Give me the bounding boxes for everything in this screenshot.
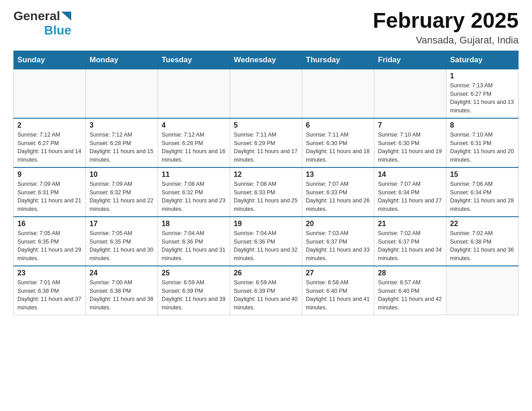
- day-number: 15: [450, 171, 515, 179]
- page-title: February 2025: [373, 9, 519, 33]
- day-info: Sunrise: 7:11 AMSunset: 6:30 PMDaylight:…: [306, 131, 370, 164]
- day-number: 2: [17, 121, 82, 129]
- day-info: Sunrise: 7:02 AMSunset: 6:37 PMDaylight:…: [378, 229, 442, 263]
- day-number: 19: [234, 220, 298, 228]
- day-info: Sunrise: 7:01 AMSunset: 6:38 PMDaylight:…: [17, 278, 82, 312]
- day-info: Sunrise: 7:10 AMSunset: 6:31 PMDaylight:…: [450, 131, 515, 164]
- day-number: 5: [234, 121, 298, 129]
- day-number: 16: [17, 220, 82, 228]
- table-row: 6Sunrise: 7:11 AMSunset: 6:30 PMDaylight…: [302, 118, 374, 167]
- day-number: 10: [90, 171, 154, 179]
- day-info: Sunrise: 7:03 AMSunset: 6:37 PMDaylight:…: [306, 229, 370, 263]
- day-number: 3: [90, 121, 154, 129]
- table-row: 19Sunrise: 7:04 AMSunset: 6:36 PMDayligh…: [230, 217, 302, 266]
- table-row: 3Sunrise: 7:12 AMSunset: 6:28 PMDaylight…: [86, 118, 158, 167]
- table-row: 10Sunrise: 7:09 AMSunset: 6:32 PMDayligh…: [86, 167, 158, 217]
- table-row: 22Sunrise: 7:02 AMSunset: 6:38 PMDayligh…: [446, 217, 519, 266]
- day-info: Sunrise: 7:12 AMSunset: 6:27 PMDaylight:…: [17, 131, 82, 164]
- day-number: 28: [378, 269, 442, 277]
- day-number: 14: [378, 171, 442, 179]
- day-info: Sunrise: 7:04 AMSunset: 6:36 PMDaylight:…: [234, 229, 298, 263]
- table-row: 11Sunrise: 7:08 AMSunset: 6:32 PMDayligh…: [158, 167, 230, 217]
- title-block: February 2025 Vansada, Gujarat, India: [373, 9, 519, 46]
- table-row: [14, 69, 86, 118]
- table-row: 17Sunrise: 7:05 AMSunset: 6:35 PMDayligh…: [86, 217, 158, 266]
- day-number: 1: [450, 72, 515, 80]
- day-info: Sunrise: 7:05 AMSunset: 6:35 PMDaylight:…: [90, 229, 154, 263]
- calendar-header-row: Sunday Monday Tuesday Wednesday Thursday…: [14, 51, 519, 69]
- day-info: Sunrise: 7:09 AMSunset: 6:32 PMDaylight:…: [90, 180, 154, 214]
- table-row: 8Sunrise: 7:10 AMSunset: 6:31 PMDaylight…: [446, 118, 519, 167]
- calendar-week-row: 9Sunrise: 7:09 AMSunset: 6:31 PMDaylight…: [14, 167, 519, 217]
- calendar-week-row: 23Sunrise: 7:01 AMSunset: 6:38 PMDayligh…: [14, 266, 519, 315]
- table-row: 1Sunrise: 7:13 AMSunset: 6:27 PMDaylight…: [446, 69, 519, 118]
- svg-marker-0: [61, 12, 71, 21]
- day-info: Sunrise: 7:11 AMSunset: 6:29 PMDaylight:…: [234, 131, 298, 164]
- calendar-week-row: 2Sunrise: 7:12 AMSunset: 6:27 PMDaylight…: [14, 118, 519, 167]
- calendar-week-row: 16Sunrise: 7:05 AMSunset: 6:35 PMDayligh…: [14, 217, 519, 266]
- day-info: Sunrise: 7:07 AMSunset: 6:34 PMDaylight:…: [378, 180, 442, 214]
- header-sunday: Sunday: [14, 51, 86, 69]
- table-row: 13Sunrise: 7:07 AMSunset: 6:33 PMDayligh…: [302, 167, 374, 217]
- logo-arrow-icon: [61, 12, 71, 21]
- day-number: 7: [378, 121, 442, 129]
- table-row: 25Sunrise: 6:59 AMSunset: 6:39 PMDayligh…: [158, 266, 230, 315]
- day-number: 12: [234, 171, 298, 179]
- table-row: 9Sunrise: 7:09 AMSunset: 6:31 PMDaylight…: [14, 167, 86, 217]
- table-row: 24Sunrise: 7:00 AMSunset: 6:38 PMDayligh…: [86, 266, 158, 315]
- table-row: 21Sunrise: 7:02 AMSunset: 6:37 PMDayligh…: [374, 217, 446, 266]
- day-number: 4: [162, 121, 226, 129]
- table-row: [86, 69, 158, 118]
- table-row: 28Sunrise: 6:57 AMSunset: 6:40 PMDayligh…: [374, 266, 446, 315]
- day-info: Sunrise: 7:09 AMSunset: 6:31 PMDaylight:…: [17, 180, 82, 214]
- day-number: 23: [17, 269, 82, 277]
- logo: General Blue: [13, 9, 71, 38]
- day-info: Sunrise: 7:06 AMSunset: 6:34 PMDaylight:…: [450, 180, 515, 214]
- table-row: 20Sunrise: 7:03 AMSunset: 6:37 PMDayligh…: [302, 217, 374, 266]
- page-header: General Blue February 2025 Vansada, Guja…: [13, 9, 519, 46]
- header-saturday: Saturday: [446, 51, 519, 69]
- day-info: Sunrise: 7:05 AMSunset: 6:35 PMDaylight:…: [17, 229, 82, 263]
- day-number: 25: [162, 269, 226, 277]
- table-row: 12Sunrise: 7:08 AMSunset: 6:33 PMDayligh…: [230, 167, 302, 217]
- day-info: Sunrise: 7:12 AMSunset: 6:28 PMDaylight:…: [90, 131, 154, 164]
- table-row: [446, 266, 519, 315]
- day-info: Sunrise: 7:00 AMSunset: 6:38 PMDaylight:…: [90, 278, 154, 312]
- day-info: Sunrise: 7:04 AMSunset: 6:36 PMDaylight:…: [162, 229, 226, 263]
- table-row: 26Sunrise: 6:59 AMSunset: 6:39 PMDayligh…: [230, 266, 302, 315]
- day-number: 11: [162, 171, 226, 179]
- header-friday: Friday: [374, 51, 446, 69]
- calendar-week-row: 1Sunrise: 7:13 AMSunset: 6:27 PMDaylight…: [14, 69, 519, 118]
- day-number: 9: [17, 171, 82, 179]
- calendar-table: Sunday Monday Tuesday Wednesday Thursday…: [13, 51, 519, 315]
- day-info: Sunrise: 6:59 AMSunset: 6:39 PMDaylight:…: [234, 278, 298, 312]
- day-number: 26: [234, 269, 298, 277]
- day-info: Sunrise: 7:10 AMSunset: 6:30 PMDaylight:…: [378, 131, 442, 164]
- page-subtitle: Vansada, Gujarat, India: [373, 34, 519, 46]
- header-thursday: Thursday: [302, 51, 374, 69]
- header-tuesday: Tuesday: [158, 51, 230, 69]
- day-info: Sunrise: 6:59 AMSunset: 6:39 PMDaylight:…: [162, 278, 226, 312]
- table-row: 2Sunrise: 7:12 AMSunset: 6:27 PMDaylight…: [14, 118, 86, 167]
- table-row: [230, 69, 302, 118]
- day-info: Sunrise: 6:57 AMSunset: 6:40 PMDaylight:…: [378, 278, 442, 312]
- day-info: Sunrise: 7:08 AMSunset: 6:33 PMDaylight:…: [234, 180, 298, 214]
- day-info: Sunrise: 7:07 AMSunset: 6:33 PMDaylight:…: [306, 180, 370, 214]
- day-number: 17: [90, 220, 154, 228]
- day-info: Sunrise: 7:13 AMSunset: 6:27 PMDaylight:…: [450, 81, 515, 115]
- table-row: 16Sunrise: 7:05 AMSunset: 6:35 PMDayligh…: [14, 217, 86, 266]
- table-row: 15Sunrise: 7:06 AMSunset: 6:34 PMDayligh…: [446, 167, 519, 217]
- day-number: 8: [450, 121, 515, 129]
- logo-general-text: General: [13, 9, 60, 23]
- day-number: 22: [450, 220, 515, 228]
- day-info: Sunrise: 7:08 AMSunset: 6:32 PMDaylight:…: [162, 180, 226, 214]
- day-number: 21: [378, 220, 442, 228]
- table-row: 18Sunrise: 7:04 AMSunset: 6:36 PMDayligh…: [158, 217, 230, 266]
- logo-blue-text: Blue: [44, 23, 72, 38]
- day-number: 27: [306, 269, 370, 277]
- day-number: 13: [306, 171, 370, 179]
- day-info: Sunrise: 6:58 AMSunset: 6:40 PMDaylight:…: [306, 278, 370, 312]
- day-number: 18: [162, 220, 226, 228]
- table-row: [158, 69, 230, 118]
- table-row: 23Sunrise: 7:01 AMSunset: 6:38 PMDayligh…: [14, 266, 86, 315]
